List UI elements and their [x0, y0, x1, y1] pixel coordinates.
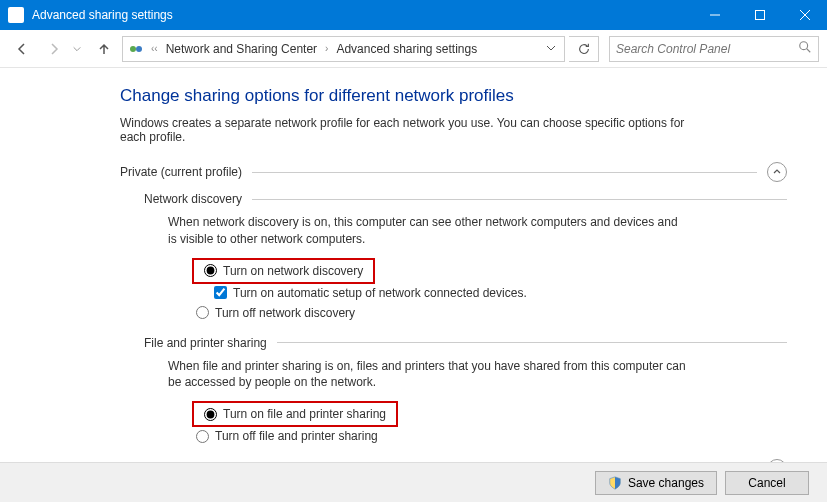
radio-label: Turn on file and printer sharing [223, 407, 386, 421]
section-label: Private (current profile) [120, 165, 242, 179]
collapse-button[interactable] [767, 162, 787, 182]
subsection-network-discovery: Network discovery When network discovery… [144, 192, 787, 322]
refresh-button[interactable] [569, 36, 599, 62]
svg-rect-1 [755, 11, 764, 20]
subsection-file-printer: File and printer sharing When file and p… [144, 336, 787, 446]
history-dropdown[interactable] [72, 40, 86, 58]
radio-file-printer-on[interactable]: Turn on file and printer sharing [200, 405, 390, 423]
page-description: Windows creates a separate network profi… [120, 116, 690, 144]
highlight-box: Turn on network discovery [192, 258, 375, 284]
search-icon [798, 40, 812, 58]
radio-file-printer-off[interactable]: Turn off file and printer sharing [192, 427, 787, 445]
breadcrumb-separator: ‹‹ [147, 43, 162, 54]
content-area: Change sharing options for different net… [0, 68, 827, 462]
checkbox-label: Turn on automatic setup of network conne… [233, 286, 527, 300]
close-button[interactable] [782, 0, 827, 30]
search-input[interactable] [609, 36, 819, 62]
breadcrumb-item[interactable]: Advanced sharing settings [334, 42, 479, 56]
radio-network-discovery-on[interactable]: Turn on network discovery [200, 262, 367, 280]
subsection-label: Network discovery [144, 192, 242, 206]
titlebar: Advanced sharing settings [0, 0, 827, 30]
radio-label: Turn on network discovery [223, 264, 363, 278]
radio-label: Turn off network discovery [215, 306, 355, 320]
subsection-description: When file and printer sharing is on, fil… [168, 358, 688, 392]
back-button[interactable] [8, 35, 36, 63]
maximize-button[interactable] [737, 0, 782, 30]
radio-input[interactable] [196, 430, 209, 443]
breadcrumb-item[interactable]: Network and Sharing Center [164, 42, 319, 56]
navbar: ‹‹ Network and Sharing Center › Advanced… [0, 30, 827, 68]
checkbox-auto-setup[interactable]: Turn on automatic setup of network conne… [192, 284, 787, 302]
chevron-right-icon: › [321, 43, 332, 54]
button-label: Save changes [628, 476, 704, 490]
search-field[interactable] [616, 42, 798, 56]
app-icon [8, 7, 24, 23]
section-private-header[interactable]: Private (current profile) [120, 162, 787, 182]
radio-input[interactable] [196, 306, 209, 319]
highlight-box: Turn on file and printer sharing [192, 401, 398, 427]
shield-icon [608, 476, 622, 490]
radio-network-discovery-off[interactable]: Turn off network discovery [192, 304, 787, 322]
save-changes-button[interactable]: Save changes [595, 471, 717, 495]
radio-label: Turn off file and printer sharing [215, 429, 378, 443]
svg-line-7 [807, 48, 811, 52]
svg-point-4 [130, 46, 136, 52]
network-icon [127, 40, 145, 58]
divider [277, 342, 787, 343]
checkbox-input[interactable] [214, 286, 227, 299]
window-title: Advanced sharing settings [32, 8, 692, 22]
cancel-button[interactable]: Cancel [725, 471, 809, 495]
svg-point-5 [136, 46, 142, 52]
divider [252, 199, 787, 200]
subsection-label: File and printer sharing [144, 336, 267, 350]
subsection-description: When network discovery is on, this compu… [168, 214, 688, 248]
chevron-down-icon[interactable] [542, 42, 560, 56]
svg-point-6 [800, 41, 808, 49]
footer: Save changes Cancel [0, 462, 827, 502]
page-title: Change sharing options for different net… [120, 86, 787, 106]
up-button[interactable] [90, 35, 118, 63]
breadcrumb[interactable]: ‹‹ Network and Sharing Center › Advanced… [122, 36, 565, 62]
radio-input[interactable] [204, 264, 217, 277]
divider [252, 172, 757, 173]
expand-button[interactable] [767, 459, 787, 462]
button-label: Cancel [748, 476, 785, 490]
minimize-button[interactable] [692, 0, 737, 30]
forward-button[interactable] [40, 35, 68, 63]
radio-input[interactable] [204, 408, 217, 421]
